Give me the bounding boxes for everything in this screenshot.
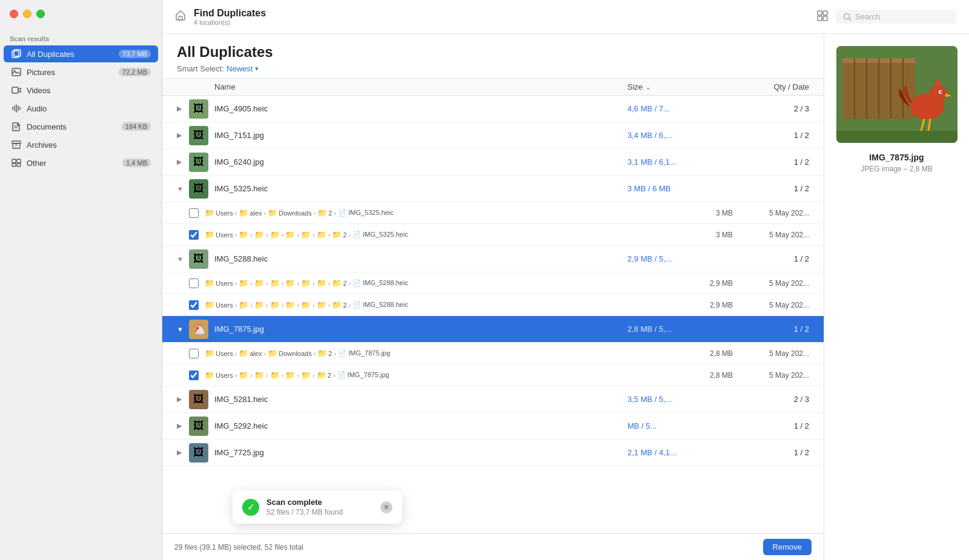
file-thumbnail: 🖼 — [189, 126, 208, 145]
other-icon — [11, 157, 22, 168]
list-item[interactable]: 📁 Users › 📁 alex › 📁 Downloads › 📁 2 › 📄… — [162, 343, 824, 364]
sidebar-item-videos[interactable]: Videos — [4, 82, 158, 99]
list-item[interactable]: 📁 Users › 📁 › 📁 › 📁 › 📁 › 📁 › 📁 › — [162, 294, 824, 316]
file-path: 📁 Users › 📁 › 📁 › 📁 › 📁 › 📁 › 📁 › — [205, 230, 681, 239]
svg-rect-15 — [818, 11, 822, 15]
file-thumbnail: 🖼 — [189, 390, 208, 409]
svg-rect-4 — [12, 87, 18, 93]
minimize-button[interactable] — [23, 10, 31, 18]
file-thumbnail: 🐔 — [189, 320, 208, 339]
file-qty: 1 / 2 — [736, 131, 809, 140]
sidebar-item-audio[interactable]: Audio — [4, 100, 158, 117]
home-icon[interactable] — [174, 9, 187, 24]
toast-success-icon: ✓ — [242, 499, 259, 516]
sub-file-size: 2,9 MB — [684, 279, 733, 288]
file-checkbox[interactable] — [189, 230, 199, 240]
sidebar-item-other[interactable]: Other 1,4 MB — [4, 154, 158, 171]
file-size: 3,5 MB / 5,... — [627, 395, 736, 404]
table-row[interactable]: ▶ 🖼 IMG_6240.jpg 3,1 MB / 6,1... 1 / 2 — [162, 149, 824, 176]
sub-file-size: 3 MB — [684, 209, 733, 217]
sub-file-date: 5 May 202... — [736, 349, 809, 358]
expand-icon[interactable]: ▶ — [177, 449, 189, 456]
layout-icon[interactable] — [816, 10, 828, 24]
sub-file-date: 5 May 202... — [736, 301, 809, 309]
expand-icon[interactable]: ▶ — [177, 158, 189, 166]
table-row[interactable]: ▶ 🖼 IMG_7725.jpg 2,1 MB / 4,1... 1 / 2 — [162, 440, 824, 466]
svg-rect-17 — [818, 16, 822, 21]
file-size: 2,8 MB / 5,... — [627, 324, 736, 334]
sidebar-item-archives[interactable]: Archives — [4, 136, 158, 153]
sidebar-item-badge: 72,2 MB — [119, 68, 151, 76]
video-icon — [11, 85, 22, 96]
smart-select-label: Smart Select: — [177, 64, 224, 73]
file-thumbnail: 🖼 — [189, 179, 208, 199]
sub-file-size: 2,9 MB — [684, 301, 733, 309]
photo-icon — [11, 67, 22, 77]
sub-file-size: 2,8 MB — [684, 349, 733, 358]
file-qty: 1 / 2 — [736, 421, 809, 430]
preview-image — [836, 46, 957, 143]
app-title: Find Duplicates — [194, 8, 809, 19]
toast-title: Scan complete — [266, 498, 373, 507]
file-checkbox[interactable] — [189, 278, 199, 288]
sidebar-item-label: Other — [27, 159, 117, 168]
close-button[interactable] — [10, 10, 18, 18]
sub-file-size: 2,8 MB — [684, 371, 733, 380]
file-thumbnail: 🖼 — [189, 153, 208, 172]
status-text: 29 files (39,1 MB) selected, 52 files to… — [174, 543, 303, 552]
search-bar[interactable]: Search — [836, 10, 957, 24]
table-row[interactable]: ▶ 🖼 IMG_7151.jpg 3,4 MB / 6,... 1 / 2 — [162, 122, 824, 149]
window-controls[interactable] — [10, 10, 45, 18]
table-row[interactable]: ▶ 🖼 IMG_5292.heic MB / 5... 1 / 2 — [162, 413, 824, 440]
section-title: All Duplicates — [177, 44, 809, 61]
remove-button[interactable]: Remove — [763, 539, 812, 555]
sidebar-item-documents[interactable]: Documents 184 KB — [4, 118, 158, 135]
table-row[interactable]: ▼ 🐔 IMG_7875.jpg 2,8 MB / 5,... 1 / 2 — [162, 316, 824, 343]
toolbar-title-section: Find Duplicates 4 location(s) — [194, 8, 809, 26]
list-item[interactable]: 📁 Users › 📁 › 📁 › 📁 › 📁 › 📁 › 📁 2 › — [162, 364, 824, 386]
file-name: IMG_5325.heic — [214, 184, 627, 193]
svg-point-30 — [930, 85, 947, 102]
col-size-header[interactable]: Size ⌄ — [627, 82, 736, 91]
file-thumbnail: 🖼 — [189, 417, 208, 436]
list-item[interactable]: 📁 Users › 📁 › 📁 › 📁 › 📁 › 📁 › 📁 › — [162, 272, 824, 294]
svg-rect-40 — [836, 131, 957, 143]
table-row[interactable]: ▼ 🖼 IMG_5325.heic 3 MB / 6 MB 1 / 2 — [162, 176, 824, 202]
sub-file-date: 5 May 202... — [736, 231, 809, 239]
file-qty: 1 / 2 — [736, 448, 809, 457]
table-row[interactable]: ▶ 🖼 IMG_5281.heic 3,5 MB / 5,... 2 / 3 — [162, 386, 824, 413]
file-path: 📁 Users › 📁 alex › 📁 Downloads › 📁 2 › 📄… — [205, 349, 681, 358]
toolbar-actions: Search — [816, 10, 957, 24]
expand-icon[interactable]: ▼ — [177, 185, 189, 193]
toast-close-button[interactable]: ✕ — [380, 501, 392, 513]
sidebar-item-badge: 184 KB — [122, 122, 151, 131]
file-name: IMG_6240.jpg — [214, 157, 627, 166]
file-checkbox[interactable] — [189, 349, 199, 358]
file-size: 2,9 MB / 5,... — [627, 254, 736, 263]
file-checkbox[interactable] — [189, 208, 199, 218]
file-checkbox[interactable] — [189, 371, 199, 380]
list-item[interactable]: 📁 Users › 📁 alex › 📁 Downloads › 📁 2 › 📄… — [162, 202, 824, 224]
svg-rect-8 — [13, 143, 20, 148]
list-item[interactable]: 📁 Users › 📁 › 📁 › 📁 › 📁 › 📁 › 📁 › — [162, 224, 824, 246]
expand-icon[interactable]: ▼ — [177, 326, 189, 333]
maximize-button[interactable] — [36, 10, 45, 18]
expand-icon[interactable]: ▶ — [177, 395, 189, 403]
sort-chevron-icon: ⌄ — [645, 82, 652, 91]
file-checkbox[interactable] — [189, 300, 199, 310]
expand-icon[interactable]: ▼ — [177, 255, 189, 263]
expand-icon[interactable]: ▶ — [177, 422, 189, 430]
sidebar-group-label: Scan results — [0, 30, 162, 45]
toast-notification: ✓ Scan complete 52 files / 73,7 MB found… — [233, 490, 402, 524]
main-content: Find Duplicates 4 location(s) Search — [162, 0, 969, 560]
sidebar-item-all-duplicates[interactable]: All Duplicates 73,7 MB — [4, 45, 158, 62]
file-name: IMG_5281.heic — [214, 395, 627, 404]
expand-icon[interactable]: ▶ — [177, 105, 189, 113]
table-row[interactable]: ▼ 🖼 IMG_5288.heic 2,9 MB / 5,... 1 / 2 — [162, 246, 824, 272]
smart-select[interactable]: Smart Select: Newest ▾ — [177, 64, 809, 73]
table-row[interactable]: ▶ 🖼 IMG_4905.heic 4,6 MB / 7... 2 / 3 — [162, 96, 824, 122]
sidebar-item-pictures[interactable]: Pictures 72,2 MB — [4, 64, 158, 81]
expand-icon[interactable]: ▶ — [177, 131, 189, 139]
sidebar-item-label: Videos — [27, 86, 151, 95]
file-path: 📁 Users › 📁 › 📁 › 📁 › 📁 › 📁 › 📁 › — [205, 300, 681, 309]
